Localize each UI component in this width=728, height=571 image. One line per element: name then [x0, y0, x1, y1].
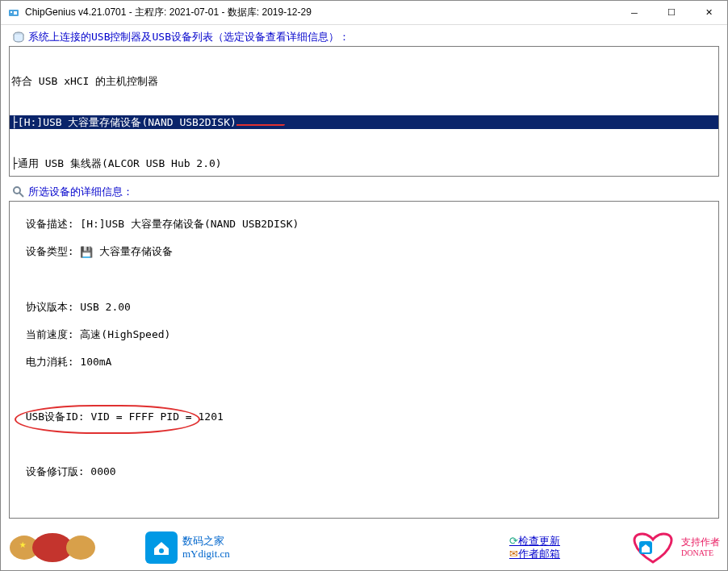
close-button[interactable]: ✕ [690, 1, 727, 25]
footer: ★ 数码之家 mYdigit.cn ⟳ 检查更新 ✉ 作者邮箱 支持作者 DON… [0, 527, 728, 568]
donate-en: DONATE [681, 548, 720, 559]
storage-icon: 💾 [80, 245, 93, 259]
svg-point-4 [14, 187, 20, 194]
mail-icon: ✉ [509, 548, 518, 561]
tree-selected-item[interactable]: ├[H:]USB 大容量存储设备(NAND USB2DISK) [10, 115, 718, 129]
brand-en: mYdigit.cn [182, 548, 230, 561]
mydigit-link[interactable]: 数码之家 mYdigit.cn [145, 531, 230, 564]
svg-rect-2 [14, 11, 17, 15]
donate-link[interactable]: 支持作者 DONATE [625, 530, 720, 565]
device-tree-header: 系统上连接的USB控制器及USB设备列表（选定设备查看详细信息）： [9, 30, 719, 44]
details-header: 所选设备的详细信息： [9, 185, 719, 199]
detail-type: 设备类型: 💾 大容量存储设备 [13, 244, 715, 259]
detail-devrev: 设备修订版: 0000 [13, 465, 715, 478]
device-tree-header-text: 系统上连接的USB控制器及USB设备列表（选定设备查看详细信息）： [28, 30, 349, 44]
svg-text:★: ★ [19, 537, 27, 550]
window-title: ChipGenius v4.21.0701 - 主程序: 2021-07-01 … [25, 6, 616, 19]
footer-links: ⟳ 检查更新 ✉ 作者邮箱 [509, 535, 560, 561]
check-update-link[interactable]: ⟳ 检查更新 [509, 535, 560, 548]
search-icon [12, 185, 25, 198]
tree-item[interactable]: ├通用 USB 集线器(ALCOR USB Hub 2.0) [10, 156, 718, 170]
app-icon [7, 6, 20, 19]
cpc100-logo: ★ [8, 531, 97, 564]
detail-power: 电力消耗: 100mA [13, 355, 715, 369]
svg-point-8 [66, 536, 95, 560]
detail-speed: 当前速度: 高速(HighSpeed) [13, 327, 715, 341]
titlebar: ChipGenius v4.21.0701 - 主程序: 2021-07-01 … [1, 1, 727, 25]
svg-rect-1 [10, 11, 12, 13]
maximize-button[interactable]: ☐ [653, 1, 690, 25]
donate-cn: 支持作者 [681, 536, 720, 548]
detail-protocol: 协议版本: USB 2.00 [13, 300, 715, 314]
detail-description: 设备描述: [H:]USB 大容量存储设备(NAND USB2DISK) [13, 217, 715, 231]
refresh-icon: ⟳ [509, 535, 518, 548]
author-mail-link[interactable]: ✉ 作者邮箱 [509, 548, 560, 561]
details-panel[interactable]: 设备描述: [H:]USB 大容量存储设备(NAND USB2DISK) 设备类… [9, 201, 719, 519]
drive-icon [12, 31, 25, 44]
device-tree[interactable]: 符合 USB xHCI 的主机控制器 ├[H:]USB 大容量存储设备(NAND… [9, 46, 719, 177]
minimize-button[interactable]: ─ [616, 1, 653, 25]
detail-usbid: USB设备ID: VID = FFFF PID = 1201 [13, 410, 715, 423]
mydigit-icon [145, 531, 178, 564]
svg-line-5 [19, 193, 23, 197]
details-header-text: 所选设备的详细信息： [28, 185, 133, 199]
tree-root[interactable]: 符合 USB xHCI 的主机控制器 [10, 74, 718, 88]
svg-point-10 [159, 548, 164, 553]
window-controls: ─ ☐ ✕ [616, 1, 727, 25]
brand-cn: 数码之家 [182, 535, 230, 548]
